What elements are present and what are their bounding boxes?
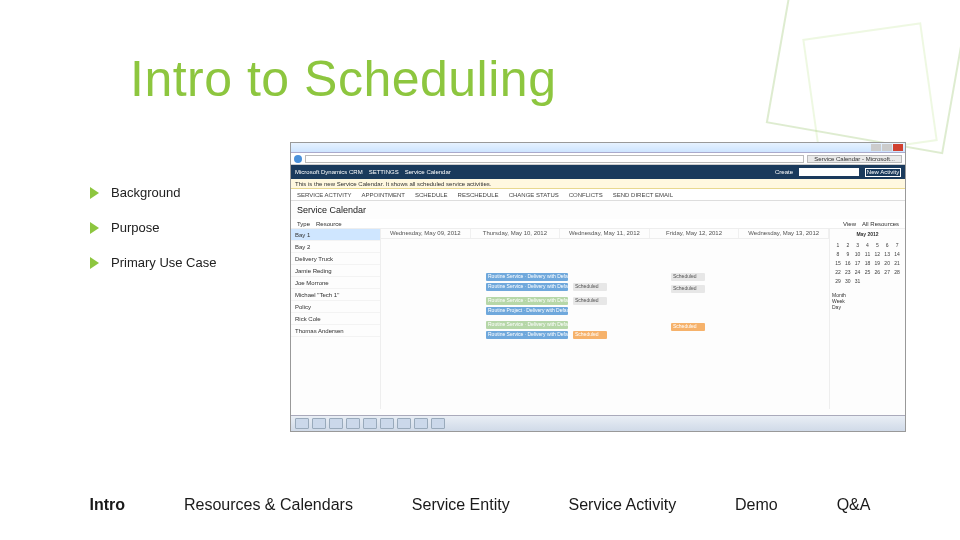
nav-item-service-activity[interactable]: Service Activity [569,496,677,514]
taskbar-item[interactable] [431,418,445,429]
ribbon-item[interactable]: CONFLICTS [569,192,603,198]
crm-area[interactable]: SETTINGS [369,169,399,175]
appointment-block[interactable]: Scheduled [573,331,607,339]
resource-row[interactable]: Thomas Andersen [291,325,380,337]
resource-row[interactable]: Jamie Reding [291,265,380,277]
resource-label: Rick Cole [295,316,321,322]
day-header-row: Wednesday, May 09, 2012 Thursday, May 10… [381,229,829,239]
legend-item[interactable]: Day [832,304,903,310]
browser-tab[interactable]: Service Calendar - Microsoft... [807,155,902,163]
type-label: Type [297,221,310,227]
resource-row[interactable]: Michael "Tech 1" [291,289,380,301]
bullet-text: Primary Use Case [111,255,216,270]
bullet-list: Background Purpose Primary Use Case [90,185,216,290]
resource-label: Delivery Truck [295,256,333,262]
taskbar-item[interactable] [397,418,411,429]
ribbon-item[interactable]: APPOINTMENT [362,192,405,198]
resource-label: Policy [295,304,311,310]
url-input[interactable] [305,155,804,163]
nav-item-qa[interactable]: Q&A [837,496,871,514]
mini-calendar[interactable]: 1234567 891011121314 15161718192021 2223… [832,239,903,286]
slide: Intro to Scheduling Background Purpose P… [0,0,960,540]
appointment-block[interactable]: Routine Project · Delivery with Default … [486,307,568,315]
embedded-screenshot: Service Calendar - Microsoft... Microsof… [290,142,906,432]
play-icon [90,257,99,269]
resource-row[interactable]: Bay 1 [291,229,380,241]
day-header: Wednesday, May 11, 2012 [560,229,650,238]
day-header: Friday, May 12, 2012 [650,229,740,238]
appointment-block[interactable]: Scheduled [671,323,705,331]
nav-item-demo[interactable]: Demo [735,496,778,514]
bullet-item: Background [90,185,216,200]
resource-row[interactable]: Delivery Truck [291,253,380,265]
mini-calendar-month: May 2012 [832,231,903,237]
mini-calendar-panel: May 2012 1234567 891011121314 1516171819… [829,229,905,409]
crm-page[interactable]: Service Calendar [405,169,451,175]
appointment-block[interactable]: Scheduled [573,283,607,291]
appointment-block[interactable]: Routine Service · Delivery with Default … [486,331,568,339]
minimize-button[interactable] [871,144,881,151]
resource-list: Bay 1 Bay 2 Delivery Truck Jamie Reding … [291,229,381,409]
taskbar-item[interactable] [346,418,360,429]
crm-search-input[interactable] [799,168,859,176]
browser-address-bar: Service Calendar - Microsoft... [291,153,905,165]
play-icon [90,187,99,199]
appointment-block[interactable]: Scheduled [573,297,607,305]
play-icon [90,222,99,234]
taskbar-item[interactable] [363,418,377,429]
calendar-grid[interactable]: Wednesday, May 09, 2012 Thursday, May 10… [381,229,829,409]
nav-item-service-entity[interactable]: Service Entity [412,496,510,514]
calendar-body: Bay 1 Bay 2 Delivery Truck Jamie Reding … [291,229,905,409]
ribbon-item[interactable]: SCHEDULE [415,192,448,198]
bullet-text: Background [111,185,180,200]
appointment-block[interactable]: Routine Service · Delivery with Default … [486,297,568,305]
taskbar-item[interactable] [329,418,343,429]
crm-nav-bar: Microsoft Dynamics CRM SETTINGS Service … [291,165,905,179]
legend: Month Week Day [832,292,903,310]
appointment-block[interactable]: Routine Service · Delivery with Default … [486,273,568,281]
ribbon-item[interactable]: SERVICE ACTIVITY [297,192,352,198]
maximize-button[interactable] [882,144,892,151]
back-button[interactable] [294,155,302,163]
close-button[interactable] [893,144,903,151]
crm-heading: Service Calendar [291,201,905,219]
resource-row[interactable]: Rick Cole [291,313,380,325]
decor-box-2 [802,22,938,158]
day-header: Wednesday, May 09, 2012 [381,229,471,238]
bullet-item: Primary Use Case [90,255,216,270]
taskbar-item[interactable] [295,418,309,429]
resource-label: Jamie Reding [295,268,332,274]
crm-new-label: New Activity [867,169,899,175]
crm-tip-bar: This is the new Service Calendar. It sho… [291,179,905,189]
slide-title: Intro to Scheduling [130,50,556,108]
resource-row[interactable]: Joe Morrone [291,277,380,289]
resource-label: Thomas Andersen [295,328,344,334]
day-header: Thursday, May 10, 2012 [471,229,561,238]
resource-row[interactable]: Policy [291,301,380,313]
footer-nav: Intro Resources & Calendars Service Enti… [0,496,960,514]
nav-item-intro[interactable]: Intro [89,496,125,514]
crm-new-activity-button[interactable]: New Activity [865,168,901,177]
day-header: Wednesday, May 13, 2012 [739,229,829,238]
crm-create[interactable]: Create [775,169,793,175]
taskbar-item[interactable] [414,418,428,429]
ribbon-item[interactable]: SEND DIRECT EMAIL [613,192,673,198]
appointment-block[interactable]: Scheduled [671,285,705,293]
bullet-text: Purpose [111,220,159,235]
resource-label: Joe Morrone [295,280,329,286]
taskbar-item[interactable] [380,418,394,429]
taskbar-item[interactable] [312,418,326,429]
appointment-block[interactable]: Routine Service · Delivery with Default … [486,321,568,329]
ribbon-item[interactable]: RESCHEDULE [458,192,499,198]
window-titlebar [291,143,905,153]
resource-row[interactable]: Bay 2 [291,241,380,253]
type-value[interactable]: Resource [316,221,342,227]
appointment-block[interactable]: Scheduled [671,273,705,281]
appointment-block[interactable]: Routine Service · Delivery with Default … [486,283,568,291]
view-label: View [843,221,856,227]
ribbon-item[interactable]: CHANGE STATUS [509,192,559,198]
resource-label: Michael "Tech 1" [295,292,339,298]
nav-item-resources[interactable]: Resources & Calendars [184,496,353,514]
crm-brand: Microsoft Dynamics CRM [295,169,363,175]
view-value[interactable]: All Resources [862,221,899,227]
